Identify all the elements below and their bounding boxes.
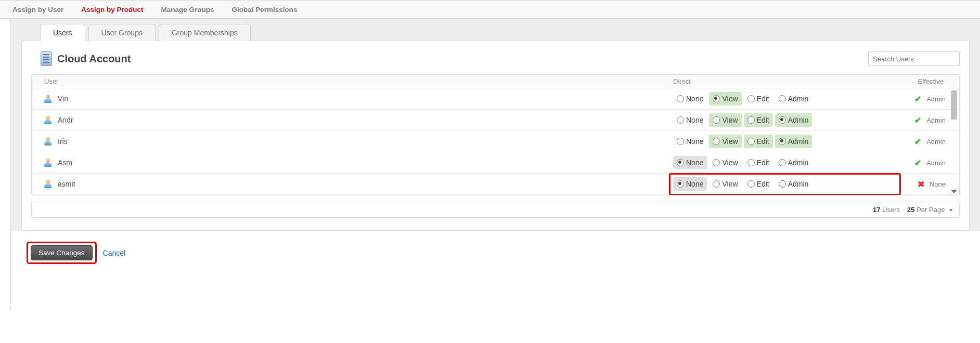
radio-label: Admin bbox=[788, 180, 809, 188]
radio-admin[interactable]: Admin bbox=[775, 135, 813, 148]
radio-input-edit[interactable] bbox=[747, 95, 755, 102]
radio-edit[interactable]: Edit bbox=[744, 135, 773, 148]
radio-label: Admin bbox=[788, 159, 809, 167]
save-button[interactable]: Save Changes bbox=[31, 245, 93, 260]
radio-edit[interactable]: Edit bbox=[744, 177, 773, 191]
grid-header: User Direct Effective bbox=[32, 75, 959, 88]
user-name: Asm bbox=[58, 159, 72, 167]
user-icon bbox=[44, 180, 51, 188]
table-row: IrisNoneViewEditAdmin✔Admin bbox=[32, 131, 959, 152]
radio-label: View bbox=[722, 159, 738, 167]
cell-user: Iris bbox=[32, 137, 673, 146]
radio-view[interactable]: View bbox=[709, 92, 741, 105]
content-frame: UsersUser GroupsGroup Memberships Cloud … bbox=[10, 19, 980, 310]
radio-label: Admin bbox=[788, 137, 809, 146]
radio-input-view[interactable] bbox=[713, 95, 720, 102]
cell-direct: NoneViewEditAdmin bbox=[673, 135, 902, 148]
radio-label: Edit bbox=[757, 137, 769, 146]
radio-input-none[interactable] bbox=[677, 180, 684, 188]
radio-input-edit[interactable] bbox=[747, 159, 755, 166]
radio-edit[interactable]: Edit bbox=[744, 156, 773, 169]
cell-direct: NoneViewEditAdmin bbox=[673, 156, 902, 169]
card-header: Cloud Account bbox=[31, 51, 960, 66]
scrollbar-track[interactable] bbox=[950, 88, 958, 195]
radio-input-view[interactable] bbox=[713, 138, 720, 145]
radio-none[interactable]: None bbox=[673, 177, 707, 191]
radio-input-admin[interactable] bbox=[779, 138, 786, 145]
footer-perpage-group[interactable]: 25 Per Page bbox=[907, 206, 953, 214]
radio-label: View bbox=[722, 180, 738, 188]
radio-edit[interactable]: Edit bbox=[744, 113, 773, 127]
topnav-item-1[interactable]: Assign by Product bbox=[81, 6, 143, 14]
radio-label: Edit bbox=[757, 159, 769, 167]
search-input[interactable] bbox=[868, 51, 960, 66]
radio-input-admin[interactable] bbox=[779, 95, 786, 102]
cell-direct: NoneViewEditAdmin bbox=[673, 113, 902, 127]
radio-input-edit[interactable] bbox=[747, 180, 755, 188]
footer-count-group: 17 Users bbox=[873, 206, 900, 214]
radio-admin[interactable]: Admin bbox=[775, 156, 813, 169]
radio-label: Edit bbox=[757, 116, 769, 124]
user-name: Andr bbox=[58, 116, 73, 124]
effective-label: Admin bbox=[926, 95, 946, 103]
user-icon bbox=[44, 116, 51, 124]
check-icon: ✔ bbox=[914, 94, 921, 104]
cell-user: Asm bbox=[32, 159, 673, 167]
radio-none[interactable]: None bbox=[673, 135, 707, 148]
user-icon bbox=[44, 159, 51, 167]
radio-input-admin[interactable] bbox=[779, 159, 786, 166]
scrollbar-down-arrow-icon[interactable] bbox=[951, 190, 957, 193]
topnav-item-2[interactable]: Manage Groups bbox=[161, 6, 214, 14]
table-row: ViriNoneViewEditAdmin✔Admin bbox=[32, 88, 959, 110]
user-name: asmit bbox=[58, 180, 75, 188]
radio-view[interactable]: View bbox=[709, 156, 741, 169]
radio-input-admin[interactable] bbox=[779, 116, 786, 124]
radio-input-none[interactable] bbox=[677, 116, 684, 124]
effective-label: None bbox=[930, 180, 946, 188]
effective-label: Admin bbox=[926, 138, 946, 146]
radio-none[interactable]: None bbox=[673, 92, 707, 105]
title-group: Cloud Account bbox=[41, 51, 131, 66]
radio-label: None bbox=[686, 137, 703, 146]
cell-direct: NoneViewEditAdmin bbox=[673, 177, 902, 191]
col-header-direct: Direct bbox=[673, 77, 902, 85]
topnav-item-3[interactable]: Global Permissions bbox=[232, 6, 298, 14]
radio-input-none[interactable] bbox=[677, 138, 684, 145]
radio-label: Admin bbox=[788, 116, 809, 124]
tab-1[interactable]: User Groups bbox=[88, 24, 156, 41]
sub-tabs: UsersUser GroupsGroup Memberships bbox=[40, 19, 970, 41]
radio-edit[interactable]: Edit bbox=[744, 92, 773, 105]
radio-label: View bbox=[722, 116, 738, 124]
topnav-item-0[interactable]: Assign by User bbox=[12, 6, 63, 14]
radio-admin[interactable]: Admin bbox=[775, 113, 813, 127]
radio-view[interactable]: View bbox=[709, 177, 741, 191]
radio-admin[interactable]: Admin bbox=[775, 92, 813, 105]
tab-2[interactable]: Group Memberships bbox=[159, 24, 251, 41]
footer-count: 17 bbox=[873, 206, 880, 214]
radio-view[interactable]: View bbox=[709, 113, 741, 127]
check-icon: ✔ bbox=[914, 158, 921, 168]
radio-none[interactable]: None bbox=[673, 113, 707, 127]
radio-label: None bbox=[686, 180, 703, 188]
cell-direct: NoneViewEditAdmin bbox=[673, 92, 902, 105]
tab-0[interactable]: Users bbox=[40, 24, 85, 41]
radio-input-edit[interactable] bbox=[747, 138, 755, 145]
radio-input-none[interactable] bbox=[677, 95, 684, 102]
col-header-user: User bbox=[32, 77, 673, 85]
cancel-link[interactable]: Cancel bbox=[103, 249, 126, 257]
scrollbar-thumb[interactable] bbox=[951, 90, 957, 120]
radio-input-view[interactable] bbox=[713, 116, 720, 124]
radio-none[interactable]: None bbox=[673, 156, 707, 169]
radio-input-view[interactable] bbox=[713, 180, 720, 188]
radio-input-none[interactable] bbox=[677, 159, 684, 166]
footer-perpage-label: Per Page bbox=[917, 206, 945, 214]
radio-input-view[interactable] bbox=[713, 159, 720, 166]
permissions-card: Cloud Account User Direct Effective Viri… bbox=[21, 41, 970, 231]
radio-label: Edit bbox=[757, 95, 769, 103]
radio-label: View bbox=[722, 95, 738, 103]
radio-input-edit[interactable] bbox=[747, 116, 755, 124]
radio-view[interactable]: View bbox=[709, 135, 741, 148]
radio-input-admin[interactable] bbox=[779, 180, 786, 188]
cell-user: asmit bbox=[32, 180, 673, 188]
radio-admin[interactable]: Admin bbox=[775, 177, 813, 191]
